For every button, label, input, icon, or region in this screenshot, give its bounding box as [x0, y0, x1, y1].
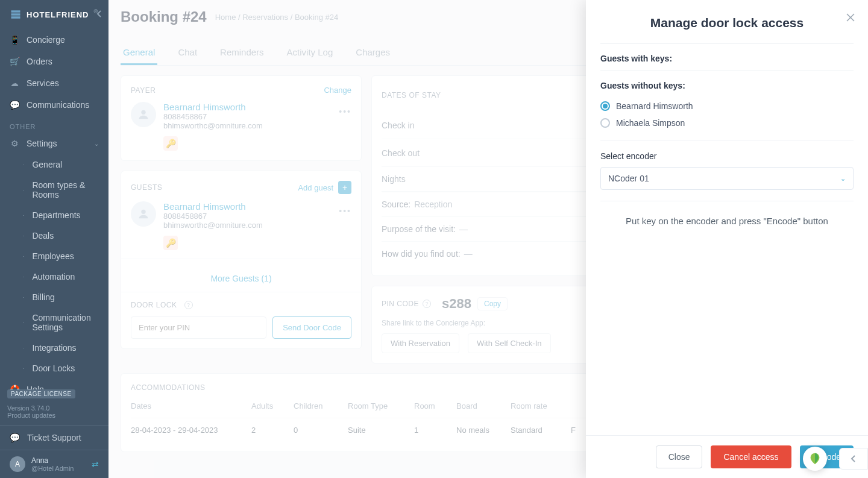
radio-unselected-icon[interactable] — [600, 118, 610, 128]
sidebar-sub-departments[interactable]: Departments — [0, 205, 108, 225]
chat-icon: 💬 — [10, 100, 19, 110]
leaf-icon — [808, 452, 822, 465]
sidebar-label: Deals — [32, 231, 54, 241]
ticket-icon: 💬 — [10, 433, 20, 442]
sidebar-label: Integrations — [32, 343, 76, 353]
chevron-down-icon: ⌄ — [840, 175, 846, 183]
sidebar-sub-general[interactable]: General — [0, 154, 108, 175]
select-encoder-label: Select encoder — [600, 140, 854, 167]
sidebar-label: Employees — [32, 251, 74, 261]
sidebar-item-services[interactable]: ☁Services — [0, 72, 108, 94]
phone-icon: 📱 — [10, 35, 19, 45]
sidebar-label: Settings — [27, 139, 57, 148]
guest-radio-2[interactable]: Michaela Simpson — [600, 115, 854, 131]
side-expand-tab[interactable] — [839, 448, 868, 470]
user-role: @Hotel Admin — [31, 465, 74, 472]
sidebar-label: Door Locks — [32, 363, 75, 373]
sidebar-label: Room types & Rooms — [32, 180, 99, 200]
swap-icon[interactable]: ⇄ — [92, 459, 99, 469]
package-badge: PACKAGE LICENSE — [7, 389, 75, 398]
sidebar-label: Orders — [27, 57, 52, 66]
product-updates-link[interactable]: Product updates — [0, 412, 108, 425]
chevron-down-icon: ⌄ — [94, 140, 99, 147]
guests-with-keys-label: Guests with keys: — [600, 44, 854, 71]
sidebar-label: Services — [27, 78, 59, 88]
encoder-select[interactable]: NCoder 01 ⌄ — [600, 167, 854, 190]
sidebar-sub-automation[interactable]: Automation — [0, 266, 108, 287]
manage-door-lock-panel: Manage door lock access Guests with keys… — [586, 0, 868, 478]
cloud-icon: ☁ — [10, 78, 19, 88]
sidebar-label: Departments — [32, 210, 80, 220]
sidebar: HOTELFRIEND® 📱Concierge 🛒Orders ☁Service… — [0, 0, 108, 478]
encode-hint: Put key on the encoder and press "Encode… — [600, 201, 854, 241]
close-icon[interactable] — [846, 13, 855, 24]
radio-selected-icon[interactable] — [600, 101, 610, 111]
sidebar-sub-rooms[interactable]: Room types & Rooms — [0, 175, 108, 205]
sidebar-label: Ticket Support — [27, 433, 81, 442]
brand-text: HOTELFRIEND — [27, 10, 89, 19]
sidebar-sub-billing[interactable]: Billing — [0, 287, 108, 307]
sidebar-item-orders[interactable]: 🛒Orders — [0, 51, 108, 72]
ticket-support[interactable]: 💬 Ticket Support — [0, 425, 108, 450]
guest-radio-1[interactable]: Bearnard Himsworth — [600, 98, 854, 115]
sidebar-sub-comm[interactable]: Communication Settings — [0, 307, 108, 338]
sidebar-label: Automation — [32, 272, 75, 281]
sidebar-item-communications[interactable]: 💬Communications — [0, 94, 108, 116]
sidebar-label: Billing — [32, 292, 54, 302]
gear-icon: ⚙ — [10, 139, 19, 148]
sidebar-label: Communications — [27, 100, 89, 110]
sidebar-label: Communication Settings — [32, 313, 99, 332]
guest-radio-label: Michaela Simpson — [616, 118, 685, 128]
encoder-value: NCoder 01 — [608, 174, 649, 183]
help-fab[interactable] — [803, 447, 827, 471]
brand: HOTELFRIEND® — [0, 0, 108, 29]
sidebar-section-other: OTHER — [0, 116, 108, 133]
avatar-icon: A — [10, 456, 25, 472]
version-text: Version 3.74.0 — [0, 404, 108, 412]
close-button[interactable]: Close — [656, 445, 703, 468]
user-name: Anna — [31, 456, 74, 465]
guest-radio-label: Bearnard Himsworth — [616, 101, 693, 111]
panel-title: Manage door lock access — [600, 16, 854, 30]
sidebar-collapse-button[interactable] — [96, 10, 102, 19]
sidebar-sub-employees[interactable]: Employees — [0, 246, 108, 266]
guests-without-keys-label: Guests without keys: — [600, 71, 854, 98]
sidebar-item-settings[interactable]: ⚙Settings⌄ — [0, 133, 108, 154]
sidebar-sub-doorlocks[interactable]: Door Locks — [0, 358, 108, 379]
cancel-access-button[interactable]: Cancel access — [711, 445, 791, 468]
sidebar-label: General — [32, 160, 62, 169]
cart-icon: 🛒 — [10, 57, 19, 66]
sidebar-sub-integrations[interactable]: Integrations — [0, 338, 108, 358]
user-menu[interactable]: A Anna @Hotel Admin ⇄ — [0, 450, 108, 478]
sidebar-label: Concierge — [27, 35, 65, 45]
brand-icon — [10, 8, 22, 20]
sidebar-item-concierge[interactable]: 📱Concierge — [0, 29, 108, 51]
sidebar-sub-deals[interactable]: Deals — [0, 225, 108, 246]
